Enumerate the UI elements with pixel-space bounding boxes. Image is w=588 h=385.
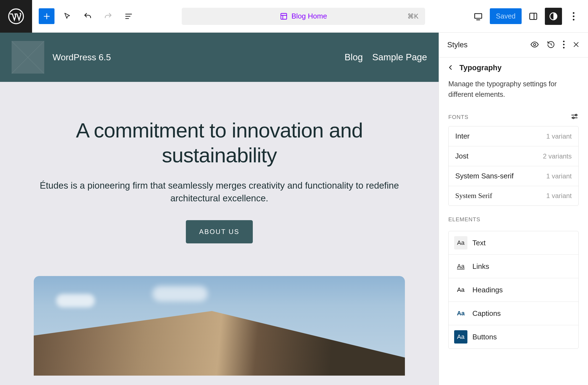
font-list: Inter1 variant Jost2 variants System San… bbox=[448, 126, 579, 206]
hero-heading[interactable]: A commitment to innovation and sustainab… bbox=[33, 118, 405, 168]
fonts-section-header: FONTS bbox=[439, 109, 588, 126]
toolbar-left bbox=[32, 8, 143, 24]
aa-icon: Aa bbox=[454, 283, 467, 296]
styles-sidebar: Styles Typography Manage the typography … bbox=[439, 33, 588, 385]
sidebar-more-button[interactable] bbox=[563, 41, 565, 50]
decorative-cloud bbox=[56, 294, 95, 307]
panel-icon bbox=[529, 12, 538, 21]
fonts-label: FONTS bbox=[448, 114, 469, 120]
site-title[interactable]: WordPress 6.5 bbox=[53, 52, 111, 63]
undo-button[interactable] bbox=[80, 9, 95, 24]
toolbar-right: Saved bbox=[464, 8, 588, 25]
view-button[interactable] bbox=[470, 9, 486, 24]
shortcut-hint: ⌘K bbox=[407, 12, 418, 20]
font-item-system-sans[interactable]: System Sans-serif1 variant bbox=[449, 166, 578, 186]
svg-point-6 bbox=[573, 15, 574, 17]
site-logo-placeholder[interactable] bbox=[12, 41, 44, 74]
add-block-button[interactable] bbox=[39, 8, 54, 24]
half-circle-icon bbox=[549, 12, 558, 21]
aa-icon: Aa bbox=[454, 260, 467, 273]
editor-canvas[interactable]: WordPress 6.5 Blog Sample Page A commitm… bbox=[0, 33, 439, 385]
hero-section[interactable]: A commitment to innovation and sustainab… bbox=[0, 82, 439, 243]
more-menu-button[interactable] bbox=[566, 9, 581, 24]
svg-point-5 bbox=[573, 12, 574, 14]
font-item-inter[interactable]: Inter1 variant bbox=[449, 126, 578, 146]
font-item-jost[interactable]: Jost2 variants bbox=[449, 146, 578, 166]
revisions-button[interactable] bbox=[547, 40, 555, 50]
plus-icon bbox=[42, 12, 51, 21]
undo-icon bbox=[83, 12, 92, 21]
template-selector[interactable]: Blog Home ⌘K bbox=[182, 8, 425, 25]
svg-point-7 bbox=[573, 19, 574, 20]
tools-button[interactable] bbox=[59, 9, 75, 24]
panel-title: Typography bbox=[459, 64, 502, 72]
panel-description: Manage the typography settings for diffe… bbox=[439, 75, 588, 109]
chevron-left-icon bbox=[447, 64, 454, 71]
styles-toggle[interactable] bbox=[545, 8, 562, 25]
settings-panel-toggle[interactable] bbox=[525, 9, 541, 24]
redo-button[interactable] bbox=[100, 9, 116, 24]
center-bar: Blog Home ⌘K bbox=[143, 8, 464, 25]
font-item-system-serif[interactable]: System Serif1 variant bbox=[449, 186, 578, 205]
topbar: Blog Home ⌘K Saved bbox=[0, 0, 588, 33]
hero-button[interactable]: ABOUT US bbox=[186, 220, 253, 243]
decorative-cloud bbox=[152, 286, 208, 301]
svg-rect-2 bbox=[475, 14, 482, 18]
layout-icon bbox=[280, 12, 288, 20]
style-book-button[interactable] bbox=[530, 40, 539, 50]
svg-rect-3 bbox=[530, 13, 537, 19]
wordpress-logo[interactable] bbox=[0, 0, 32, 33]
sidebar-header: Styles bbox=[439, 33, 588, 58]
list-icon bbox=[124, 12, 133, 21]
close-sidebar-button[interactable] bbox=[573, 41, 580, 49]
desktop-icon bbox=[473, 12, 483, 21]
main-area: WordPress 6.5 Blog Sample Page A commitm… bbox=[0, 33, 588, 385]
nav-link-sample[interactable]: Sample Page bbox=[372, 52, 427, 63]
aa-icon: Aa bbox=[454, 307, 467, 320]
font-settings-button[interactable] bbox=[570, 112, 579, 122]
sidebar-breadcrumb: Typography bbox=[439, 58, 588, 75]
svg-point-8 bbox=[534, 43, 536, 46]
element-item-links[interactable]: AaLinks bbox=[449, 255, 578, 278]
nav-link-blog[interactable]: Blog bbox=[345, 52, 363, 63]
svg-point-11 bbox=[563, 47, 565, 48]
aa-icon: Aa bbox=[454, 330, 467, 344]
save-button[interactable]: Saved bbox=[490, 8, 522, 24]
decorative-building bbox=[34, 311, 405, 376]
kebab-icon bbox=[573, 12, 575, 20]
element-item-captions[interactable]: AaCaptions bbox=[449, 302, 578, 325]
close-icon bbox=[573, 41, 580, 48]
sidebar-title: Styles bbox=[447, 41, 468, 49]
elements-label: ELEMENTS bbox=[448, 216, 480, 223]
element-item-text[interactable]: AaText bbox=[449, 231, 578, 255]
sidebar-header-actions bbox=[530, 40, 580, 50]
element-item-buttons[interactable]: AaButtons bbox=[449, 325, 578, 348]
svg-point-9 bbox=[563, 41, 565, 42]
aa-icon: Aa bbox=[454, 236, 467, 249]
history-icon bbox=[547, 40, 555, 49]
template-name: Blog Home bbox=[292, 12, 327, 20]
wordpress-icon bbox=[8, 8, 24, 24]
back-button[interactable] bbox=[447, 64, 454, 72]
element-item-headings[interactable]: AaHeadings bbox=[449, 278, 578, 302]
redo-icon bbox=[104, 12, 113, 21]
svg-rect-1 bbox=[281, 13, 287, 19]
list-view-button[interactable] bbox=[121, 9, 136, 24]
svg-point-10 bbox=[563, 44, 565, 45]
hero-image[interactable] bbox=[34, 276, 405, 376]
site-nav: Blog Sample Page bbox=[345, 52, 427, 63]
element-list: AaText AaLinks AaHeadings AaCaptions AaB… bbox=[448, 231, 579, 349]
site-header-block[interactable]: WordPress 6.5 Blog Sample Page bbox=[0, 33, 439, 82]
cursor-icon bbox=[63, 12, 71, 20]
sliders-icon bbox=[570, 112, 579, 121]
eye-icon bbox=[530, 40, 539, 49]
hero-subtext[interactable]: Études is a pioneering firm that seamles… bbox=[33, 179, 405, 205]
elements-section-header: ELEMENTS bbox=[439, 206, 588, 227]
kebab-icon bbox=[563, 41, 565, 48]
